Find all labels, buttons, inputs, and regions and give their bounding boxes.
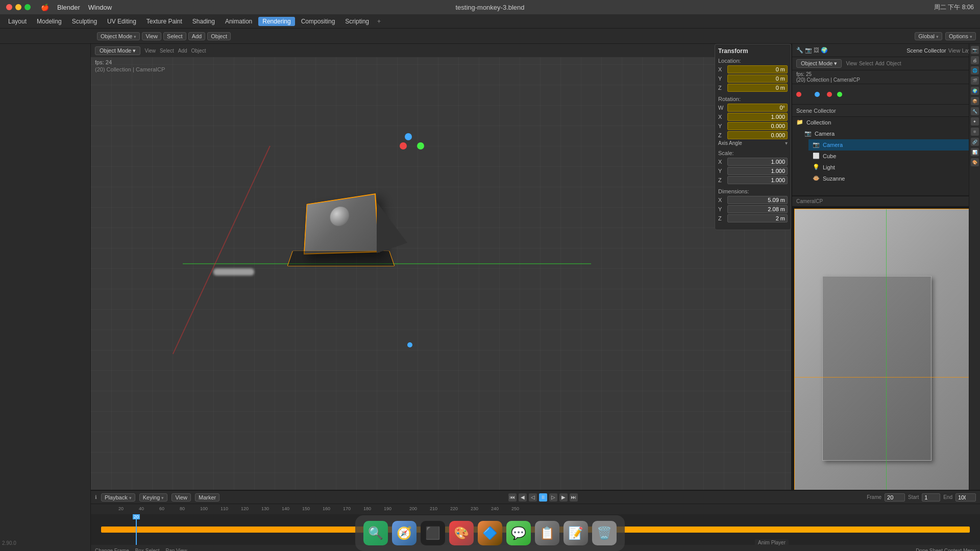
tab-animation[interactable]: Animation [221,17,256,26]
rot-y-value[interactable]: 0.000 [727,122,788,130]
tab-layout[interactable]: Layout [4,17,31,26]
outliner-item-cube[interactable]: ⬜ Cube 👁 [808,151,980,162]
view-layer-props-icon[interactable]: 🌐 [971,66,979,74]
viewport-add-menu[interactable]: Add [178,48,187,54]
rot-x-value[interactable]: 1.000 [727,113,788,121]
particles-icon[interactable]: ✦ [971,117,979,126]
location-x-value[interactable]: 0 m [727,65,788,73]
data-icon[interactable]: 📊 [971,148,979,156]
scale-z-value[interactable]: 1.000 [727,176,788,184]
window-menu[interactable]: Window [88,4,112,11]
keying-dropdown[interactable]: Keying ▾ [139,493,168,502]
minimize-button[interactable] [15,4,21,10]
scene-collector-label: Scene Collector [906,47,946,54]
dock-terminal[interactable]: ⬛ [421,521,445,545]
tab-rendering[interactable]: Rendering [258,17,295,26]
rot-w-value[interactable]: 0° [727,104,788,112]
location-section: Location: X 0 m Y 0 m Z 0 m [718,58,788,92]
playback-dropdown[interactable]: Playback ▾ [101,493,135,502]
material-icon[interactable]: 🎨 [971,158,979,166]
right-select-menu[interactable]: Select [859,61,873,66]
viewport-view-menu[interactable]: View [144,48,156,54]
jump-start-btn[interactable]: ⏮ [508,493,517,502]
apple-menu[interactable]: 🍎 [41,4,49,11]
modifier-props-icon[interactable]: 🔧 [971,107,979,115]
world-props-icon[interactable]: 🌍 [971,87,979,95]
tab-uv-editing[interactable]: UV Editing [103,17,140,26]
add-workspace[interactable]: + [377,18,381,25]
maximize-button[interactable] [24,4,31,10]
outliner-item-camera-parent[interactable]: 📷 Camera 👁 [800,128,980,139]
dock-notes[interactable]: 📝 [564,521,588,545]
right-view-menu[interactable]: View [846,61,857,66]
dim-y-value[interactable]: 2.08 m [727,205,788,213]
close-button[interactable] [6,4,12,10]
tab-sculpting[interactable]: Sculpting [68,17,101,26]
axis-angle-collapse[interactable]: ▾ [785,140,788,146]
scale-x-value[interactable]: 1.000 [727,158,788,166]
timeline-info-icon[interactable]: ℹ [95,494,97,500]
prev-keyframe-btn[interactable]: ◀ [519,493,527,502]
ruler-40: 40 [139,506,144,511]
location-y-value[interactable]: 0 m [727,74,788,83]
tab-shading[interactable]: Shading [188,17,219,26]
location-z-value[interactable]: 0 m [727,84,788,92]
next-frame-btn[interactable]: ▷ [549,493,557,502]
dock-finder[interactable]: 🔍 [363,521,388,545]
outliner-item-light[interactable]: 💡 Light 👁 [808,162,980,173]
dock-safari[interactable]: 🧭 [392,521,416,545]
jump-end-btn[interactable]: ⏭ [570,493,578,502]
start-frame-input[interactable] [922,493,940,502]
blender-menu[interactable]: Blender [57,4,80,11]
tab-scripting[interactable]: Scripting [341,17,373,26]
scale-y-value[interactable]: 1.000 [727,167,788,175]
render-props-icon[interactable]: 📷 [971,46,979,54]
main-viewport[interactable]: Object Mode ▾ View Select Add Object □ ◑… [91,44,791,490]
object-mode-right[interactable]: Object Mode ▾ [796,59,842,68]
view-menu[interactable]: View [142,32,161,40]
output-props-icon[interactable]: 🖨 [971,56,979,64]
viewport-object-menu[interactable]: Object [191,48,206,54]
outliner-item-collection[interactable]: 📁 Collection 👁 [792,117,980,128]
constraints-icon[interactable]: 🔗 [971,138,979,146]
dock-trash[interactable]: 🗑️ [592,521,617,545]
next-keyframe-btn[interactable]: ▶ [559,493,568,502]
object-mode-btn[interactable]: Object Mode ▾ [95,46,140,55]
marker-dropdown[interactable]: Marker [195,493,219,502]
object-menu[interactable]: Object [207,32,231,40]
right-object-menu[interactable]: Object [887,61,901,66]
outliner-item-camera[interactable]: 📷 Camera 👁 [808,139,980,151]
prev-frame-btn[interactable]: ◁ [529,493,537,502]
select-menu[interactable]: Select [163,32,186,40]
mac-status-icons: 周二 下午 8:06 [934,3,974,12]
z-handle[interactable] [405,133,412,140]
options-dropdown[interactable]: Options ▾ [945,32,976,40]
play-btn[interactable]: ⏸ [539,493,547,502]
view-dropdown[interactable]: View [172,493,191,502]
scene-props-icon[interactable]: 🎬 [971,77,979,85]
viewport-select-menu[interactable]: Select [160,48,174,54]
dock-app3[interactable]: 🎨 [449,521,474,545]
dim-z-value[interactable]: 2 m [727,214,788,222]
right-z-handle [815,92,820,97]
object-props-icon[interactable]: 📦 [971,97,979,105]
end-frame-input[interactable] [955,493,976,502]
dock-files[interactable]: 📋 [535,521,559,545]
right-add-menu[interactable]: Add [875,61,885,66]
tab-compositing[interactable]: Compositing [297,17,339,26]
current-frame-input[interactable] [885,493,905,502]
dim-x-value[interactable]: 5.09 m [727,196,788,204]
y-handle[interactable] [417,142,424,149]
physics-icon[interactable]: ⚛ [971,128,979,136]
rot-z-value[interactable]: 0.000 [727,131,788,139]
dock-blender[interactable]: 🔷 [478,521,502,545]
object-mode-dropdown[interactable]: Object Mode ▾ [97,32,140,40]
global-dropdown[interactable]: Global ▾ [915,32,942,40]
dock-wechat[interactable]: 💬 [506,521,531,545]
outliner-item-suzanne[interactable]: 🐵 Suzanne 👁 [808,173,980,184]
tab-texture-paint[interactable]: Texture Paint [142,17,186,26]
x-handle[interactable] [400,142,407,149]
add-menu[interactable]: Add [188,32,206,40]
scene-panel-icons[interactable]: 🔧 📷 🖼 🌍 [796,47,828,54]
tab-modeling[interactable]: Modeling [33,17,66,26]
